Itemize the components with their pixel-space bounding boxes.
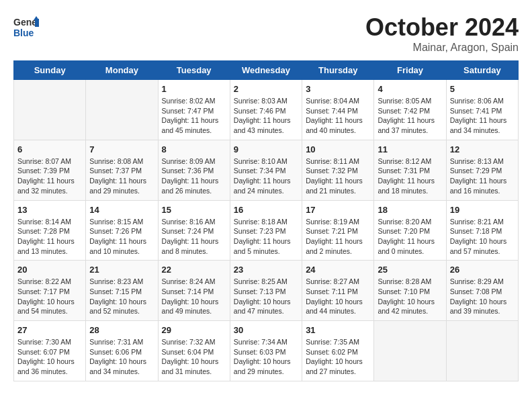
day-info: Sunrise: 8:16 AM Sunset: 7:24 PM Dayligh… <box>162 217 226 257</box>
calendar-cell: 1 Sunrise: 8:02 AM Sunset: 7:47 PM Dayli… <box>158 80 230 140</box>
day-info: Sunrise: 8:28 AM Sunset: 7:10 PM Dayligh… <box>378 277 442 316</box>
calendar-cell: 13 Sunrise: 8:14 AM Sunset: 7:28 PM Dayl… <box>14 200 86 261</box>
day-info: Sunrise: 7:35 AM Sunset: 6:02 PM Dayligh… <box>306 337 370 377</box>
calendar-cell: 2 Sunrise: 8:03 AM Sunset: 7:46 PM Dayli… <box>230 80 302 140</box>
day-info: Sunrise: 8:15 AM Sunset: 7:26 PM Dayligh… <box>89 217 154 257</box>
calendar-cell: 6 Sunrise: 8:07 AM Sunset: 7:39 PM Dayli… <box>14 140 86 200</box>
calendar-table: SundayMondayTuesdayWednesdayThursdayFrid… <box>13 60 519 381</box>
day-number: 23 <box>234 265 298 275</box>
calendar-cell: 10 Sunrise: 8:11 AM Sunset: 7:32 PM Dayl… <box>302 140 374 200</box>
weekday-header-sunday: Sunday <box>14 61 86 80</box>
day-info: Sunrise: 8:18 AM Sunset: 7:23 PM Dayligh… <box>234 217 298 257</box>
weekday-header-thursday: Thursday <box>302 61 374 80</box>
day-number: 10 <box>306 144 370 154</box>
calendar-cell: 29 Sunrise: 7:32 AM Sunset: 6:04 PM Dayl… <box>158 321 230 381</box>
day-number: 16 <box>234 205 298 215</box>
day-number: 5 <box>450 84 515 94</box>
svg-text:Blue: Blue <box>13 28 34 38</box>
calendar-cell: 19 Sunrise: 8:21 AM Sunset: 7:18 PM Dayl… <box>446 200 518 261</box>
day-number: 17 <box>306 205 370 215</box>
day-info: Sunrise: 8:11 AM Sunset: 7:32 PM Dayligh… <box>306 156 370 196</box>
location-subtitle: Mainar, Aragon, Spain <box>365 42 519 54</box>
title-block: October 2024 Mainar, Aragon, Spain <box>365 13 519 54</box>
day-info: Sunrise: 8:24 AM Sunset: 7:14 PM Dayligh… <box>162 277 226 316</box>
calendar-cell: 31 Sunrise: 7:35 AM Sunset: 6:02 PM Dayl… <box>302 321 374 381</box>
calendar-cell: 11 Sunrise: 8:12 AM Sunset: 7:31 PM Dayl… <box>374 140 446 200</box>
day-info: Sunrise: 7:30 AM Sunset: 6:07 PM Dayligh… <box>17 337 82 377</box>
day-info: Sunrise: 8:06 AM Sunset: 7:41 PM Dayligh… <box>450 96 515 136</box>
calendar-week-4: 20 Sunrise: 8:22 AM Sunset: 7:17 PM Dayl… <box>14 261 519 321</box>
day-number: 4 <box>378 84 442 94</box>
day-number: 19 <box>450 205 515 215</box>
calendar-cell: 28 Sunrise: 7:31 AM Sunset: 6:06 PM Dayl… <box>86 321 158 381</box>
calendar-week-1: 1 Sunrise: 8:02 AM Sunset: 7:47 PM Dayli… <box>14 80 519 140</box>
day-number: 21 <box>89 265 154 275</box>
day-number: 25 <box>378 265 442 275</box>
day-info: Sunrise: 8:12 AM Sunset: 7:31 PM Dayligh… <box>378 156 442 196</box>
weekday-header-monday: Monday <box>86 61 158 80</box>
calendar-cell: 5 Sunrise: 8:06 AM Sunset: 7:41 PM Dayli… <box>446 80 518 140</box>
calendar-cell: 25 Sunrise: 8:28 AM Sunset: 7:10 PM Dayl… <box>374 261 446 321</box>
day-number: 2 <box>234 84 298 94</box>
day-info: Sunrise: 8:25 AM Sunset: 7:13 PM Dayligh… <box>234 277 298 316</box>
day-number: 15 <box>162 205 226 215</box>
day-number: 7 <box>89 144 154 154</box>
calendar-cell: 3 Sunrise: 8:04 AM Sunset: 7:44 PM Dayli… <box>302 80 374 140</box>
day-number: 31 <box>306 325 370 335</box>
calendar-cell: 16 Sunrise: 8:18 AM Sunset: 7:23 PM Dayl… <box>230 200 302 261</box>
calendar-cell: 22 Sunrise: 8:24 AM Sunset: 7:14 PM Dayl… <box>158 261 230 321</box>
day-number: 14 <box>89 205 154 215</box>
calendar-week-2: 6 Sunrise: 8:07 AM Sunset: 7:39 PM Dayli… <box>14 140 519 200</box>
day-info: Sunrise: 8:14 AM Sunset: 7:28 PM Dayligh… <box>17 217 82 257</box>
day-info: Sunrise: 8:10 AM Sunset: 7:34 PM Dayligh… <box>234 156 298 196</box>
page-header: General Blue October 2024 Mainar, Aragon… <box>13 13 519 54</box>
day-number: 9 <box>234 144 298 154</box>
day-info: Sunrise: 8:05 AM Sunset: 7:42 PM Dayligh… <box>378 96 442 136</box>
weekday-header-row: SundayMondayTuesdayWednesdayThursdayFrid… <box>14 61 519 80</box>
calendar-cell: 14 Sunrise: 8:15 AM Sunset: 7:26 PM Dayl… <box>86 200 158 261</box>
day-info: Sunrise: 8:22 AM Sunset: 7:17 PM Dayligh… <box>17 277 82 316</box>
calendar-cell: 12 Sunrise: 8:13 AM Sunset: 7:29 PM Dayl… <box>446 140 518 200</box>
calendar-cell: 7 Sunrise: 8:08 AM Sunset: 7:37 PM Dayli… <box>86 140 158 200</box>
day-number: 11 <box>378 144 442 154</box>
day-info: Sunrise: 8:21 AM Sunset: 7:18 PM Dayligh… <box>450 217 515 257</box>
day-info: Sunrise: 7:34 AM Sunset: 6:03 PM Dayligh… <box>234 337 298 377</box>
calendar-cell <box>86 80 158 140</box>
month-year-title: October 2024 <box>365 13 519 42</box>
day-info: Sunrise: 8:07 AM Sunset: 7:39 PM Dayligh… <box>17 156 82 196</box>
calendar-cell: 23 Sunrise: 8:25 AM Sunset: 7:13 PM Dayl… <box>230 261 302 321</box>
day-info: Sunrise: 7:32 AM Sunset: 6:04 PM Dayligh… <box>162 337 226 377</box>
weekday-header-wednesday: Wednesday <box>230 61 302 80</box>
day-number: 26 <box>450 265 515 275</box>
calendar-cell <box>374 321 446 381</box>
calendar-cell <box>14 80 86 140</box>
calendar-cell: 9 Sunrise: 8:10 AM Sunset: 7:34 PM Dayli… <box>230 140 302 200</box>
day-number: 28 <box>89 325 154 335</box>
calendar-cell: 21 Sunrise: 8:23 AM Sunset: 7:15 PM Dayl… <box>86 261 158 321</box>
day-info: Sunrise: 8:02 AM Sunset: 7:47 PM Dayligh… <box>162 96 226 136</box>
day-number: 6 <box>17 144 82 154</box>
calendar-cell: 27 Sunrise: 7:30 AM Sunset: 6:07 PM Dayl… <box>14 321 86 381</box>
day-number: 12 <box>450 144 515 154</box>
calendar-body: 1 Sunrise: 8:02 AM Sunset: 7:47 PM Dayli… <box>14 80 519 381</box>
calendar-week-3: 13 Sunrise: 8:14 AM Sunset: 7:28 PM Dayl… <box>14 200 519 261</box>
calendar-cell: 26 Sunrise: 8:29 AM Sunset: 7:08 PM Dayl… <box>446 261 518 321</box>
day-info: Sunrise: 8:03 AM Sunset: 7:46 PM Dayligh… <box>234 96 298 136</box>
calendar-cell: 20 Sunrise: 8:22 AM Sunset: 7:17 PM Dayl… <box>14 261 86 321</box>
day-info: Sunrise: 7:31 AM Sunset: 6:06 PM Dayligh… <box>89 337 154 377</box>
day-number: 20 <box>17 265 82 275</box>
calendar-cell: 30 Sunrise: 7:34 AM Sunset: 6:03 PM Dayl… <box>230 321 302 381</box>
calendar-week-5: 27 Sunrise: 7:30 AM Sunset: 6:07 PM Dayl… <box>14 321 519 381</box>
day-number: 27 <box>17 325 82 335</box>
day-info: Sunrise: 8:27 AM Sunset: 7:11 PM Dayligh… <box>306 277 370 316</box>
day-number: 29 <box>162 325 226 335</box>
day-info: Sunrise: 8:19 AM Sunset: 7:21 PM Dayligh… <box>306 217 370 257</box>
day-number: 30 <box>234 325 298 335</box>
calendar-cell: 8 Sunrise: 8:09 AM Sunset: 7:36 PM Dayli… <box>158 140 230 200</box>
weekday-header-tuesday: Tuesday <box>158 61 230 80</box>
day-info: Sunrise: 8:09 AM Sunset: 7:36 PM Dayligh… <box>162 156 226 196</box>
day-number: 13 <box>17 205 82 215</box>
day-number: 1 <box>162 84 226 94</box>
day-info: Sunrise: 8:23 AM Sunset: 7:15 PM Dayligh… <box>89 277 154 316</box>
logo: General Blue <box>13 13 39 44</box>
